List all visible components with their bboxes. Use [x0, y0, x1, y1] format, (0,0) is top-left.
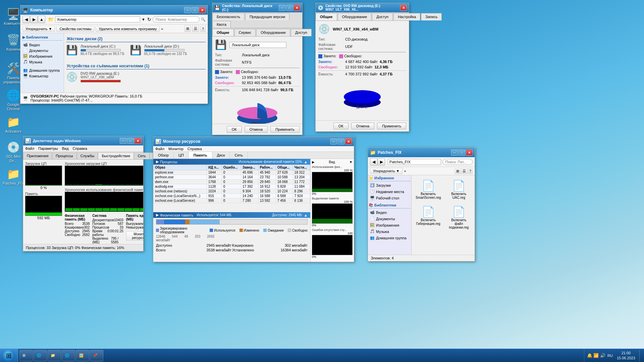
taskbar-item-viewer[interactable]: 🖼️	[76, 350, 89, 361]
patches-titlebar[interactable]: 📁 Patches_FIX ─ □ ✕	[368, 148, 475, 157]
menu-params[interactable]: Параметры	[38, 146, 58, 150]
tab-network[interactable]: Сеть	[134, 153, 149, 159]
tab-obshie[interactable]: Общие	[212, 29, 234, 36]
table-row[interactable]: svchost.exe (LocalService)99607 28013 59…	[154, 198, 310, 203]
resmon-menu-file[interactable]: Файл	[155, 147, 164, 151]
patches-sidebar-downloads[interactable]: ⬇️Загрузки	[368, 182, 411, 188]
tab-dvd-dostup[interactable]: Доступ	[372, 13, 393, 20]
patches-sidebar-docs[interactable]: 📄Документы	[368, 216, 411, 222]
sidebar-home-group[interactable]: 👥 Домашняя группа	[22, 67, 62, 73]
patches-toolbar-more[interactable]: »	[404, 169, 406, 173]
col-commit[interactable]: Завер...	[241, 165, 259, 170]
taskman-close[interactable]: ✕	[135, 138, 141, 144]
disk-c-cancel-btn[interactable]: Отмена	[245, 126, 268, 133]
resmon-tab-network[interactable]: Сеть	[230, 152, 248, 159]
tab-dvd-zapis[interactable]: Запись	[421, 13, 442, 20]
up-btn[interactable]: ▲	[38, 16, 45, 23]
patches-close[interactable]: ✕	[466, 149, 473, 156]
tab-oborud[interactable]: Оборудование	[256, 29, 290, 36]
menu-file[interactable]: Файл	[25, 146, 34, 150]
col-pid[interactable]: ИД п...	[207, 165, 222, 170]
resmon-maximize[interactable]: □	[338, 138, 344, 144]
taskbar-item-explorer[interactable]: 📁	[48, 350, 61, 361]
scroll-up-icon[interactable]: ▲	[304, 160, 308, 164]
table-row[interactable]: dwm.exe1768029 85629 84018 06811 772	[154, 180, 310, 184]
tab-servis[interactable]: Сервис	[234, 29, 256, 36]
patches-view2[interactable]: ☰	[461, 168, 467, 174]
computer-maximize-btn[interactable]: □	[192, 7, 198, 13]
drive-c-item[interactable]: 💾 Локальный диск (C:) 86,4 ГБ свободно и…	[66, 44, 124, 56]
phys-scroll-icon[interactable]: ▲	[304, 213, 308, 217]
expand-all-btn[interactable]: ▶	[312, 160, 315, 164]
resmon-btn[interactable]: Монитор ресурсов...	[126, 231, 143, 241]
patches-back[interactable]: ◀	[370, 158, 377, 166]
patches-help[interactable]: ?	[468, 168, 473, 174]
table-row[interactable]: audiodg.exe1128017 39216 9125 82811 084	[154, 184, 310, 189]
disk-c-apply-btn[interactable]: Применить	[270, 126, 300, 133]
taskbar-item-other[interactable]: 📌	[90, 350, 103, 361]
patches-organize-btn[interactable]: Упорядочить ▼	[370, 168, 402, 174]
sidebar-item-documents[interactable]: 📄 Документы	[22, 48, 62, 53]
dvd-ok-btn[interactable]: ОК	[333, 123, 348, 129]
patches-address-input[interactable]	[388, 159, 441, 165]
lang-indicator[interactable]: RU	[607, 354, 613, 358]
resmon-tab-memory[interactable]: Память	[189, 152, 212, 159]
clock[interactable]: 21:00 15.06.2023	[615, 351, 637, 360]
tab-services[interactable]: Службы	[77, 153, 98, 159]
tab-dvd-oborud[interactable]: Оборудование	[338, 13, 372, 20]
computer-window-titlebar[interactable]: 🖥️ Компьютер ─ □ ✕	[20, 5, 208, 15]
patches-sidebar-images[interactable]: 🖼️Изображения	[368, 222, 411, 228]
show-desktop-btn[interactable]	[639, 350, 641, 361]
dvd-titlebar[interactable]: 💿 Свойства: DVD RW дисковод (E:) WIN7_UL…	[316, 3, 409, 12]
taskman-maximize[interactable]: □	[127, 138, 134, 144]
resmon-menu-monitor[interactable]: Монитор	[168, 147, 183, 151]
resmon-minimize[interactable]: ─	[330, 138, 337, 144]
start-button[interactable]: ⊞	[0, 349, 18, 362]
tab-processes[interactable]: Процессы	[52, 153, 76, 159]
taskman-titlebar[interactable]: 📊 Диспетчер задач Windows ─ □ ✕	[23, 136, 143, 145]
dvd-item[interactable]: 💿 DVD RW дисковод (E:) WIN7_ULT_X86_wBM	[66, 71, 206, 82]
disk-c-titlebar[interactable]: 💾 Свойства: Локальный диск (C:) ─ □ ✕	[212, 3, 302, 12]
patches-search[interactable]	[442, 159, 473, 165]
address-input[interactable]	[55, 16, 140, 22]
taskbar-item-ie[interactable]: 🌐	[34, 350, 47, 361]
taskbar-item-windows[interactable]: ⊞	[19, 350, 33, 361]
desktop-icon-patches[interactable]: 📁 Patches_FIX	[2, 166, 25, 187]
resmon-tab-disk[interactable]: Диск	[212, 152, 230, 159]
tab-bezopasnost[interactable]: Безопасность	[212, 13, 245, 20]
taskman-minimize[interactable]: ─	[120, 138, 126, 144]
patches-minimize[interactable]: ─	[451, 149, 458, 156]
view-icons[interactable]: ⊞	[184, 25, 191, 32]
sidebar-item-images[interactable]: 🖼️ Изображения	[22, 53, 62, 59]
search-input[interactable]	[153, 16, 200, 22]
patches-maximize[interactable]: □	[459, 149, 465, 156]
system-props-btn[interactable]: Свойства системы	[56, 26, 94, 32]
patches-sidebar-homegroup[interactable]: 👥Домашняя группа	[368, 235, 411, 241]
processes-section-header[interactable]: ▶ Процессы Использование физической памя…	[153, 159, 310, 165]
organize-btn[interactable]: Упорядочить ▼	[22, 26, 55, 32]
patches-sidebar-music[interactable]: 🎵Музыка	[368, 228, 411, 235]
help-btn[interactable]: ?	[200, 26, 206, 32]
tab-performance[interactable]: Быстродействие	[98, 153, 134, 159]
forward-btn[interactable]: ▶	[30, 16, 38, 23]
patches-sidebar-recent[interactable]: 🕐Недавние места	[368, 188, 411, 195]
col-image[interactable]: Образ	[154, 165, 207, 170]
table-row[interactable]: svchost.exe (LocalServiceN...)916014 240…	[154, 194, 310, 198]
dvd-apply-btn[interactable]: Применить	[377, 123, 406, 129]
phys-mem-section-header[interactable]: ▶ Физическая память Используется: 544 МБ…	[153, 212, 310, 218]
address-dropdown-btn[interactable]: ▼	[142, 17, 145, 21]
patches-view1[interactable]: ⊞	[455, 168, 461, 174]
patches-sidebar-video[interactable]: 📹Видео	[368, 209, 411, 216]
view-details[interactable]: ☰	[192, 25, 199, 32]
file-pagefile[interactable]: 📄 Включить файл подкачки.reg	[446, 204, 472, 231]
col-shared[interactable]: Общи...	[276, 165, 293, 170]
desktop-icon-sdl[interactable]: 💿 SDL Mini Dri...	[2, 139, 25, 165]
disk-c-ok-btn[interactable]: ОК	[227, 126, 242, 133]
table-row[interactable]: svchost.exe (netsvcs)102409 30418 52010 …	[154, 189, 310, 194]
sidebar-item-music[interactable]: 🎵 Музыка	[22, 59, 62, 65]
tab-kvota[interactable]: Квота	[212, 21, 231, 28]
sidebar-computer[interactable]: 🖥️ Компьютер	[22, 73, 62, 79]
patches-sidebar-desktop[interactable]: 🖥️Рабочий стол	[368, 195, 411, 201]
table-row[interactable]: perfmon.exe3644014 16423 79210 58813 204	[154, 175, 310, 180]
desktop-icon-activators[interactable]: 📁 Activators	[2, 114, 25, 135]
